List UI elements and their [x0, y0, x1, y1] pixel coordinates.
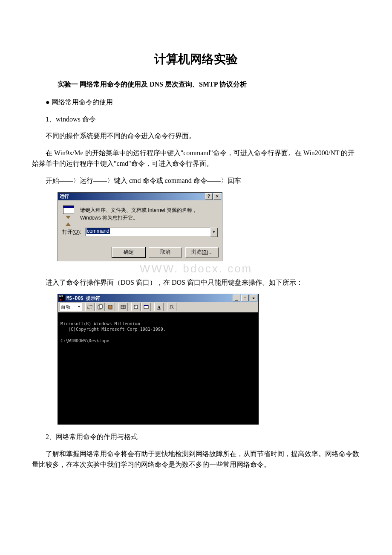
toolbar-btn-1[interactable]	[85, 303, 95, 311]
run-dialog-title: 运行	[60, 193, 204, 199]
svg-rect-8	[134, 305, 138, 309]
svg-rect-11	[144, 305, 148, 306]
font-size-select[interactable]: 自动▼	[60, 303, 82, 311]
dos-toolbar: 自动▼ A 汉	[58, 302, 258, 312]
svg-rect-2	[99, 305, 102, 308]
toolbar-font-a-icon[interactable]: A	[154, 303, 164, 311]
dos-app-icon	[59, 295, 65, 301]
paragraph-2: 在 Win9x/Me 的开始菜单中的运行程序中键入"command"命令，可进入…	[32, 147, 360, 169]
open-dropdown[interactable]: ▼	[210, 228, 218, 237]
page-title: 计算机网络实验	[32, 51, 360, 67]
open-input[interactable]: command	[85, 228, 210, 236]
dos-title: MS-DOS 提示符	[66, 295, 232, 301]
subtitle: 实验一 网络常用命令的使用及 DNS 层次查询、SMTP 协议分析	[58, 80, 360, 89]
dos-window: MS-DOS 提示符 _ □ × 自动▼ A 汉 Microsoft(R) Wi…	[58, 294, 259, 425]
section-2: 2、网络常用命令的作用与格式	[32, 431, 360, 442]
toolbar-background-icon[interactable]	[141, 303, 151, 311]
run-description: 请键入程序、文件夹、文档或 Internet 资源的名称，Windows 将为您…	[80, 205, 218, 222]
paragraph-3: 开始——〉运行——〉键入 cmd 命令或 command 命令——〉回车	[32, 175, 360, 186]
help-button[interactable]: ?	[205, 193, 213, 200]
run-dialog-titlebar: 运行 ? ×	[58, 193, 222, 200]
run-icon	[62, 205, 76, 219]
svg-rect-3	[109, 305, 112, 309]
paragraph-1: 不同的操作系统要用不同的命令进入命令行界面。	[32, 130, 360, 142]
ok-button[interactable]: 确定	[112, 247, 145, 257]
svg-rect-4	[110, 305, 111, 306]
watermark: WWW. bdocx. com	[32, 262, 360, 275]
toolbar-ime-icon[interactable]: 汉	[167, 303, 176, 311]
paragraph-4: 进入了命令行操作界面（DOS 窗口），在 DOS 窗口中只能用键盘来操作。如下所…	[32, 277, 360, 288]
section1-1: 1、windows 命令	[32, 114, 360, 125]
browse-button[interactable]: 浏览(B)...	[185, 247, 219, 257]
svg-rect-0	[88, 305, 92, 309]
toolbar-copy-icon[interactable]	[95, 303, 105, 311]
toolbar-properties-icon[interactable]	[131, 303, 141, 311]
toolbar-fullscreen-icon[interactable]	[118, 303, 128, 311]
maximize-button[interactable]: □	[241, 295, 249, 301]
dos-terminal[interactable]: Microsoft(R) Windows Millennium (C)Copyr…	[58, 312, 258, 424]
cancel-button[interactable]: 取消	[149, 247, 182, 257]
minimize-button[interactable]: _	[233, 295, 240, 301]
close-button[interactable]: ×	[250, 295, 257, 301]
dos-titlebar: MS-DOS 提示符 _ □ ×	[58, 294, 258, 302]
paragraph-5: 了解和掌握网络常用命令将会有助于更快地检测到网络故障所在，从而节省时间，提高效率…	[32, 448, 360, 470]
section1-bullet: ● 网络常用命令的使用	[32, 97, 360, 108]
close-button[interactable]: ×	[213, 193, 221, 200]
open-label: 打开(O):	[62, 228, 85, 236]
toolbar-paste-icon[interactable]	[106, 303, 115, 311]
run-dialog: 运行 ? × 请键入程序、文件夹、文档或 Internet 资源的名称，Wind…	[58, 192, 222, 261]
svg-point-9	[135, 306, 135, 306]
